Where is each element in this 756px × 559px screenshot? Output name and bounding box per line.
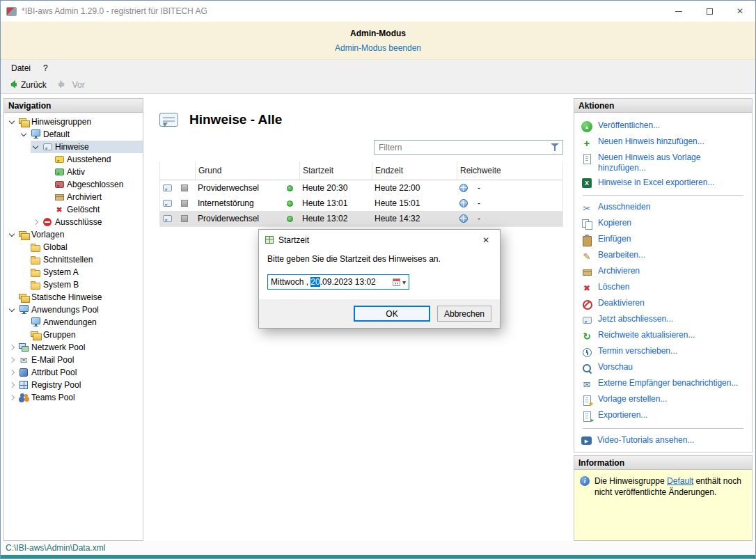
window-title: *IBI-aws Admin 1.29.0 - registriert für …: [22, 6, 207, 16]
action-externe-empfaenger[interactable]: ✉ Externe Empfänger benachrichtigen...: [581, 376, 745, 392]
ok-button[interactable]: OK: [354, 306, 430, 322]
minimize-button[interactable]: [663, 1, 694, 22]
nav-item-label: Aktiv: [65, 167, 88, 177]
chevron-right-icon[interactable]: [7, 380, 17, 391]
nav-item-ausschluesse[interactable]: Ausschlüsse: [31, 216, 143, 228]
nav-item-anwendungs-pool[interactable]: Anwendungs Pool: [7, 304, 143, 316]
nav-item-attribut-pool[interactable]: Attribut Pool: [7, 366, 143, 379]
excel-icon: X: [582, 178, 592, 188]
information-header: Information: [574, 456, 752, 470]
chevron-down-icon[interactable]: [7, 230, 17, 240]
nav-item-registry-pool[interactable]: Registry Pool: [7, 379, 143, 391]
cancel-button[interactable]: Abbrechen: [437, 306, 491, 322]
toolbar: Zurück Vor: [1, 76, 755, 94]
nav-item-global[interactable]: Global: [19, 241, 143, 253]
data-file-path: C:\IBI-aws\Admin\Data.xml: [6, 543, 105, 553]
action-reichweite-aktualisieren[interactable]: ↻ Reichweite aktualisieren...: [581, 328, 745, 344]
action-deaktivieren[interactable]: Deaktivieren: [581, 296, 745, 312]
chevron-down-icon[interactable]: [31, 142, 41, 152]
filter-input[interactable]: [374, 140, 563, 155]
chevron-down-icon[interactable]: [19, 129, 29, 140]
date-suffix: .09.2023 13:02: [320, 277, 376, 287]
action-kopieren[interactable]: Kopieren: [581, 216, 745, 232]
action-termin-verschieben[interactable]: Termin verschieben...: [581, 344, 745, 360]
nav-item-default[interactable]: Default: [19, 128, 143, 141]
dialog-close-button[interactable]: ✕: [472, 230, 500, 250]
nav-item-aktiv[interactable]: Aktiv: [42, 166, 143, 178]
nav-item-anwendungen[interactable]: Anwendungen: [19, 316, 143, 329]
forward-button[interactable]: Vor: [58, 80, 85, 90]
nav-item-system-b[interactable]: System B: [19, 278, 143, 291]
titlebar: *IBI-aws Admin 1.29.0 - registriert für …: [1, 1, 755, 22]
action-jetzt-abschliessen[interactable]: Jetzt abschliessen...: [581, 312, 745, 328]
endzeit-cell: Heute 14:32: [372, 211, 457, 226]
filter-funnel-icon[interactable]: [551, 143, 560, 152]
action-exportieren[interactable]: ▸ Exportieren...: [581, 408, 745, 424]
admin-mode-title: Admin-Modus: [1, 29, 755, 38]
chevron-right-icon[interactable]: [7, 368, 17, 378]
table-row[interactable]: Providerwechsel Heute 20:30 Heute 22:00 …: [160, 180, 562, 196]
action-hinweis-aus-vorlage[interactable]: Neuen Hinweis aus Vorlage hinzufügen...: [581, 150, 745, 175]
table-row-selected[interactable]: Providerwechsel Heute 13:02 Heute 14:32 …: [160, 211, 562, 226]
col-reichweite[interactable]: Reichweite: [457, 162, 562, 180]
nav-item-ausstehend[interactable]: Ausstehend: [42, 153, 143, 166]
unpublished-square-icon: [181, 215, 188, 222]
nav-item-hinweisgruppen[interactable]: Hinweisgruppen: [7, 116, 143, 128]
maximize-icon: [707, 8, 713, 15]
dropdown-arrow-icon[interactable]: ▾: [402, 278, 406, 286]
admin-mode-exit-link[interactable]: Admin-Modus beenden: [335, 43, 421, 53]
nav-item-gruppen[interactable]: Gruppen: [19, 329, 143, 341]
action-excel-export[interactable]: X Hinweise in Excel exportieren...: [581, 175, 745, 191]
chevron-right-icon[interactable]: [7, 343, 17, 353]
chevron-right-icon[interactable]: [7, 355, 17, 365]
action-bearbeiten[interactable]: ✎ Bearbeiten...: [581, 248, 745, 264]
actions-panel: Aktionen ▲ Veröffentlichen... + Neuen Hi…: [574, 98, 753, 452]
active-status-dot-icon: [287, 216, 293, 222]
nav-item-label: Default: [42, 129, 72, 139]
action-label: Kopieren: [598, 218, 631, 228]
menu-help[interactable]: ?: [37, 61, 54, 75]
nav-item-netzwerk-pool[interactable]: Netzwerk Pool: [7, 341, 143, 354]
nav-item-statische-hinweise[interactable]: Statische Hinweise: [7, 291, 143, 304]
flag-cell: [178, 196, 195, 211]
back-button[interactable]: Zurück: [6, 80, 47, 90]
nav-item-email-pool[interactable]: ✉ E-Mail Pool: [7, 354, 143, 366]
nav-item-teams-pool[interactable]: Teams Pool: [7, 391, 143, 404]
chevron-right-icon[interactable]: [7, 393, 17, 403]
nav-item-hinweise[interactable]: Hinweise: [31, 141, 143, 153]
action-vorschau[interactable]: Vorschau: [581, 360, 745, 376]
nav-item-system-a[interactable]: System A: [19, 266, 143, 278]
action-loeschen[interactable]: ✖ Löschen: [581, 280, 745, 296]
info-text-before: Die Hinweisgruppe: [594, 476, 667, 486]
col-grund[interactable]: Grund: [195, 162, 284, 180]
action-vorlage-erstellen[interactable]: ★ Vorlage erstellen...: [581, 392, 745, 408]
nav-item-archiviert[interactable]: Archiviert: [42, 191, 143, 203]
chevron-down-icon[interactable]: [7, 305, 17, 315]
chevron-down-icon[interactable]: [7, 117, 17, 127]
nav-item-schnittstellen[interactable]: Schnittstellen: [19, 253, 143, 266]
action-ausschneiden[interactable]: ✂ Ausschneiden: [581, 200, 745, 216]
table-row[interactable]: Internetstörung Heute 13:01 Heute 15:01 …: [160, 196, 562, 211]
menu-datei[interactable]: Datei: [5, 61, 37, 75]
nav-item-geloescht[interactable]: ✖ Gelöscht: [42, 203, 143, 216]
default-group-link[interactable]: Default: [667, 476, 693, 486]
nav-item-abgeschlossen[interactable]: Abgeschlossen: [42, 178, 143, 191]
action-einfuegen[interactable]: Einfügen: [581, 232, 745, 248]
action-label: Hinweise in Excel exportieren...: [598, 178, 714, 188]
hint-icon-cell: [160, 180, 178, 196]
col-endzeit[interactable]: Endzeit: [372, 162, 457, 180]
col-startzeit[interactable]: Startzeit: [299, 162, 372, 180]
calendar-icon: [393, 278, 400, 286]
action-veroeffentlichen[interactable]: ▲ Veröffentlichen...: [581, 118, 745, 134]
hint-bubble-icon: [163, 184, 172, 191]
maximize-button[interactable]: [694, 1, 725, 22]
status-cell: [284, 180, 299, 196]
forward-label: Vor: [72, 80, 85, 90]
datetime-picker[interactable]: Mittwoch , 20.09.2023 13:02 ▾: [267, 274, 409, 290]
action-neuer-hinweis[interactable]: + Neuen Hinweis hinzufügen...: [581, 134, 745, 150]
action-video-tutorials[interactable]: ▶ Video-Tutorials ansehen...: [581, 433, 745, 448]
nav-item-vorlagen[interactable]: Vorlagen: [7, 228, 143, 241]
action-archivieren[interactable]: Archivieren: [581, 264, 745, 280]
chevron-right-icon[interactable]: [31, 217, 41, 228]
close-button[interactable]: ✕: [725, 1, 755, 22]
